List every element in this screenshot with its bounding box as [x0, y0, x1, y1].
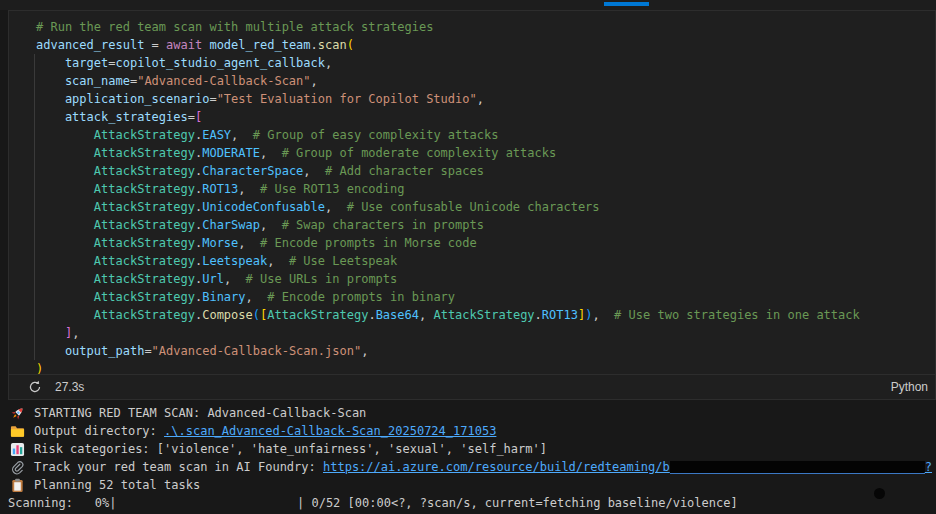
- output-line: STARTING RED TEAM SCAN: Advanced-Callbac…: [0, 404, 936, 422]
- execution-time: 27.3s: [55, 380, 84, 394]
- code-line[interactable]: AttackStrategy.CharSwap, # Swap characte…: [36, 216, 935, 234]
- output-text: STARTING RED TEAM SCAN: Advanced-Callbac…: [34, 406, 366, 420]
- cell-output: STARTING RED TEAM SCAN: Advanced-Callbac…: [0, 404, 936, 494]
- output-text: Output directory:: [34, 424, 164, 438]
- output-line: Track your red team scan in AI Foundry: …: [0, 458, 936, 476]
- code-line[interactable]: output_path="Advanced-Callback-Scan.json…: [36, 342, 935, 360]
- link-icon: [10, 460, 26, 475]
- output-line: Planning 52 total tasks: [0, 476, 936, 494]
- output-line: Risk categories: ['violence', 'hate_unfa…: [0, 440, 936, 458]
- output-link[interactable]: https://ai.azure.com/resource/build/redt…: [323, 460, 670, 474]
- top-strip: [0, 0, 936, 10]
- output-text: Risk categories: ['violence', 'hate_unfa…: [34, 442, 547, 456]
- code-line[interactable]: AttackStrategy.Binary, # Encode prompts …: [36, 288, 935, 306]
- output-text: Track your red team scan in AI Foundry:: [34, 460, 323, 474]
- language-label[interactable]: Python: [891, 380, 928, 394]
- rocket-icon: [10, 406, 26, 421]
- code-line[interactable]: AttackStrategy.Leetspeak, # Use Leetspea…: [36, 252, 935, 270]
- code-line[interactable]: application_scenario="Test Evaluation fo…: [36, 90, 935, 108]
- progress-line: Scanning: 0%| | 0/52 [00:00<?, ?scan/s, …: [8, 496, 738, 510]
- code-line[interactable]: AttackStrategy.Url, # Use URLs in prompt…: [36, 270, 935, 288]
- code-line[interactable]: ],: [36, 324, 935, 342]
- output-text: Planning 52 total tasks: [34, 478, 200, 492]
- code-line[interactable]: advanced_result = await model_red_team.s…: [36, 36, 935, 54]
- cell-status-bar: 27.3s Python: [9, 374, 935, 399]
- code-line[interactable]: AttackStrategy.Morse, # Encode prompts i…: [36, 234, 935, 252]
- output-line: Output directory: .\.scan_Advanced-Callb…: [0, 422, 936, 440]
- code-line[interactable]: AttackStrategy.MODERATE, # Group of mode…: [36, 144, 935, 162]
- notebook-code-cell: # Run the red team scan with multiple at…: [8, 10, 936, 400]
- execution-status: 27.3s: [28, 380, 84, 394]
- code-line[interactable]: attack_strategies=[: [36, 108, 935, 126]
- code-editor[interactable]: # Run the red team scan with multiple at…: [36, 18, 935, 378]
- clipboard-icon: [10, 478, 26, 493]
- folder-icon: [10, 424, 26, 439]
- code-line[interactable]: target=copilot_studio_agent_callback,: [36, 54, 935, 72]
- code-line[interactable]: AttackStrategy.ROT13, # Use ROT13 encodi…: [36, 180, 935, 198]
- sync-icon: [28, 380, 42, 394]
- code-line[interactable]: # Run the red team scan with multiple at…: [36, 18, 935, 36]
- code-line[interactable]: AttackStrategy.UnicodeConfusable, # Use …: [36, 198, 935, 216]
- bar-chart-icon: [10, 442, 26, 457]
- output-link[interactable]: ?: [925, 460, 932, 474]
- redacted-bar: [670, 461, 925, 474]
- code-line[interactable]: AttackStrategy.Compose([AttackStrategy.B…: [36, 306, 935, 324]
- code-line[interactable]: AttackStrategy.EASY, # Group of easy com…: [36, 126, 935, 144]
- code-line[interactable]: AttackStrategy.CharacterSpace, # Add cha…: [36, 162, 935, 180]
- output-link[interactable]: .\.scan_Advanced-Callback-Scan_20250724_…: [164, 424, 496, 438]
- recording-dot: [874, 488, 885, 499]
- scroll-indicator[interactable]: [604, 2, 649, 6]
- indent-guide: [34, 54, 35, 360]
- code-line[interactable]: scan_name="Advanced-Callback-Scan",: [36, 72, 935, 90]
